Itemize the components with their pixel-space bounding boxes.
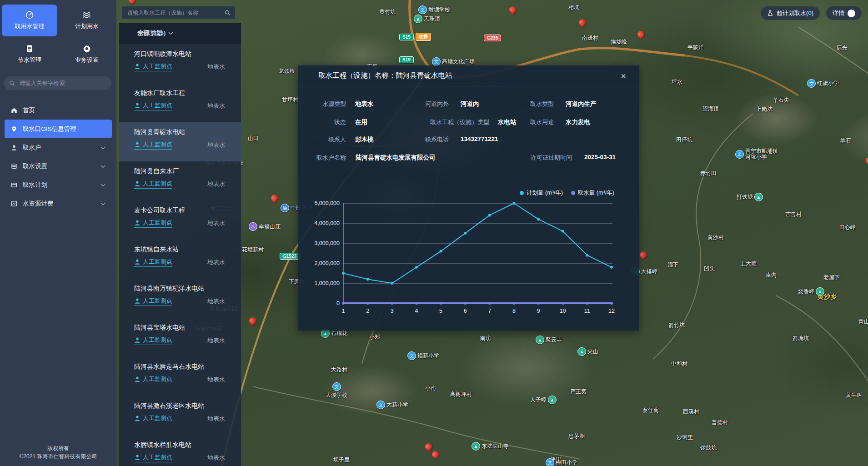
module-button-4[interactable]: 业务设置	[59, 38, 115, 70]
monitor-type-link[interactable]: 人工监测点	[134, 453, 172, 462]
map-place-label: 坝子里	[333, 456, 350, 463]
sidebar-menu: 首页取水口GIS信息管理取水户取水设置取水计划水资源计费	[0, 101, 116, 213]
station-name: 陆河县自来水厂	[134, 167, 225, 175]
poi-label: 红旗小学	[817, 80, 839, 86]
map-place-label: 高树坪村	[450, 391, 472, 397]
map-place-label: 小南	[425, 385, 436, 391]
detail-toggle[interactable]: 详情	[826, 6, 862, 20]
map-place-label: 普德村	[712, 419, 728, 426]
svg-text:5: 5	[439, 308, 442, 314]
sidebar-item-4[interactable]: 取水设置	[5, 157, 112, 175]
water-source-type: 地表水	[207, 180, 225, 188]
monitor-type-link[interactable]: 人工监测点	[134, 180, 172, 189]
map-place-label: 黄牛叫	[846, 392, 862, 398]
sidebar-search[interactable]	[4, 76, 111, 90]
source-filter-dropdown[interactable]: 全部 (125)	[137, 29, 173, 37]
monitor-type-link[interactable]: 人工监测点	[134, 62, 172, 71]
monitor-type-link[interactable]: 人工监测点	[134, 258, 172, 267]
module-label: 取用水管理	[15, 22, 45, 30]
map-poi-green: ▲天珠顶	[414, 15, 440, 23]
monitor-type-link[interactable]: 人工监测点	[134, 219, 172, 228]
toggle-knob[interactable]	[848, 10, 855, 17]
water-source-type: 地表水	[207, 336, 225, 345]
station-list: 水源类型 全部 (125) 河口镇唱歌潭水电站人工监测点地表水友能水厂取水工程人…	[119, 23, 241, 466]
module-label: 计划用水	[75, 22, 99, 30]
station-list-item[interactable]: 陆河县自来水厂人工监测点地表水	[119, 161, 241, 200]
station-list-item[interactable]: 陆河县水唇走马石水电站人工监测点地表水	[119, 357, 241, 396]
map-place-label: 沙珂里	[677, 434, 693, 441]
module-button-3[interactable]: 节水管理	[2, 38, 57, 70]
chevron-down-icon	[100, 144, 105, 151]
map-place-label: 箭竹坑	[668, 322, 685, 328]
field-label: 联系电话	[402, 135, 449, 144]
modal-title: 取水工程（设施）名称：陆河县青碇水电站	[318, 71, 452, 80]
map-place-label: 坪水	[672, 79, 682, 85]
map-place-label: 山口	[248, 135, 259, 141]
field-value: 河道内	[461, 100, 479, 108]
svg-text:4: 4	[415, 308, 418, 314]
monitor-type-link[interactable]: 人工监测点	[134, 140, 172, 150]
station-name: 陆河县激石溪老区水电站	[134, 401, 225, 410]
filter-value: 全部 (125)	[137, 29, 166, 37]
sidebar-item-2[interactable]: 取水口GIS信息管理	[5, 120, 112, 138]
green-icon: ▲	[414, 15, 422, 23]
station-search[interactable]	[121, 6, 236, 19]
station-list-item[interactable]: 陆河县宝塔水电站人工监测点地表水	[119, 318, 241, 357]
person-icon	[134, 454, 140, 461]
module-button-1[interactable]: 取用水管理	[2, 5, 57, 36]
station-search-input[interactable]	[126, 9, 222, 16]
sidebar-item-6[interactable]: 水资源计费	[5, 194, 112, 213]
close-icon[interactable]: ×	[621, 71, 626, 80]
waves-icon	[82, 10, 92, 20]
over-plan-intake-button[interactable]: 超计划取水(0)	[761, 6, 820, 20]
station-list-item[interactable]: 麦卡公司取水工程人工监测点地表水	[119, 200, 241, 240]
station-list-item[interactable]: 陆河县南万镇杞洋水电站人工监测点地表水	[119, 279, 241, 318]
monitor-type-link[interactable]: 人工监测点	[134, 297, 172, 306]
field-label: 联系人	[298, 135, 346, 144]
sidebar-item-3[interactable]: 取水户	[5, 138, 112, 157]
map-place-label: 凹头	[704, 266, 715, 272]
station-list-item[interactable]: 陆河县青碇水电站人工监测点地表水	[119, 122, 241, 161]
station-list-item[interactable]: 陆河县激石溪老区水电站人工监测点地表水	[119, 396, 241, 435]
school-icon: 文	[376, 401, 385, 409]
monitor-type-link[interactable]: 人工监测点	[134, 101, 172, 110]
station-list-item[interactable]: 东坑镇自来水站人工监测点地表水	[119, 240, 241, 279]
field-label: 取水类型	[493, 100, 554, 108]
gauge-icon	[25, 10, 34, 20]
map-poi-school: 文红旗小学	[807, 79, 839, 88]
poi-label: 福新小学	[417, 353, 439, 359]
map-place-label: 老屋下	[823, 274, 840, 281]
monitor-type-link[interactable]: 人工监测点	[134, 375, 172, 384]
sidebar-item-1[interactable]: 首页	[5, 101, 112, 120]
svg-text:12: 12	[608, 308, 615, 314]
map-poi-school: 文高塘文化广场	[432, 57, 475, 66]
module-button-2[interactable]: 计划用水	[59, 5, 115, 36]
svg-text:2: 2	[366, 308, 369, 314]
sidebar-item-label: 首页	[23, 106, 35, 115]
green-icon: ▲	[816, 287, 824, 296]
sidebar-item-5[interactable]: 取水计划	[5, 175, 112, 194]
svg-text:0: 0	[336, 300, 340, 306]
pin-icon	[11, 126, 17, 132]
station-list-item[interactable]: 河口镇唱歌潭水电站人工监测点地表水	[119, 44, 241, 83]
sidebar-item-label: 水资源计费	[23, 200, 54, 208]
home-icon	[11, 107, 17, 114]
copyright: 版权所有 ©2021 珠海市仁智科技有限公司	[0, 444, 116, 461]
monitor-type-link[interactable]: 人工监测点	[134, 336, 172, 345]
station-list-item[interactable]: 水唇镇水栏肚水电站人工监测点地表水	[119, 435, 241, 466]
water-source-type: 地表水	[207, 297, 225, 306]
station-list-item[interactable]: 友能水厂取水工程人工监测点地表水	[119, 83, 241, 122]
sidebar-search-input[interactable]	[19, 80, 106, 87]
poi-label: 天珠顶	[424, 16, 440, 22]
monitor-label: 人工监测点	[143, 297, 172, 305]
map-poi-school: 文普宁市船埔镇 河坑小学	[735, 148, 778, 160]
person-icon	[134, 141, 140, 148]
doc-icon	[25, 44, 34, 53]
chevron-down-icon	[100, 163, 105, 170]
map-place-label: 黄竹坑	[379, 9, 396, 15]
green-icon: ▲	[536, 336, 544, 344]
billing-icon	[11, 200, 17, 207]
station-detail-modal: 取水工程（设施）名称：陆河县青碇水电站 × 水源类型 地表水 河道内外 河道内 …	[298, 65, 639, 331]
sidebar-item-label: 取水口GIS信息管理	[23, 125, 76, 133]
monitor-type-link[interactable]: 人工监测点	[134, 414, 172, 423]
